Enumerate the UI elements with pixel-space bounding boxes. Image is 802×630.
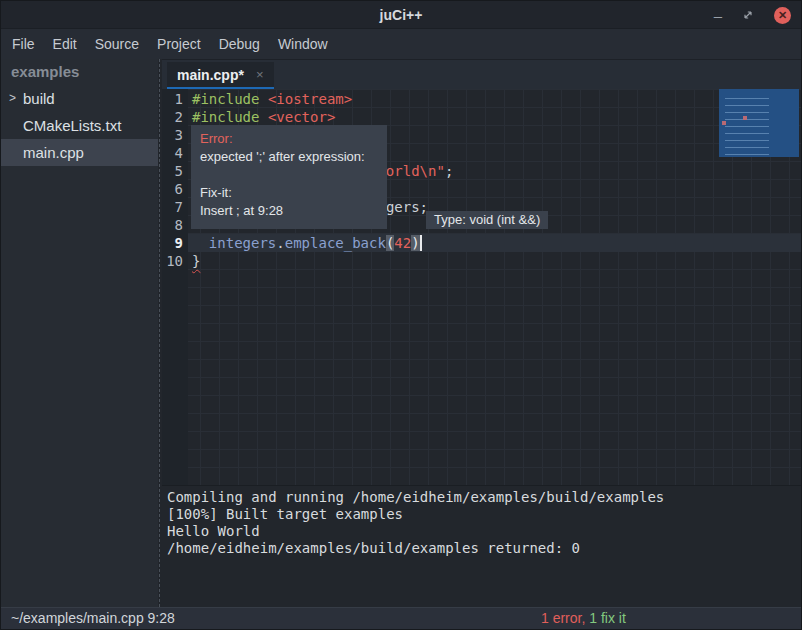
line-number: 1 [162,90,188,108]
minimap[interactable] [719,89,799,157]
source-editor[interactable]: 1#include <iostream>2#include <vector>34… [162,89,801,485]
token-cursor [420,235,422,251]
error-tooltip-title: Error: [200,130,378,148]
menu-window[interactable]: Window [269,31,337,57]
tree-item-label: CMakeLists.txt [23,117,121,134]
code-line[interactable]: 10} [162,252,801,270]
tree-item-label: build [23,90,55,107]
menu-debug[interactable]: Debug [210,31,269,57]
line-number: 10 [162,252,188,270]
titlebar[interactable]: juCi++ – ✕ [1,1,801,29]
status-fixit-count: 1 fix it [589,610,626,626]
line-number: 4 [162,144,188,162]
file-tree-sidebar: examples > build CMakeLists.txt main.cpp [1,59,158,607]
token-ident: emplace_back [285,235,386,251]
line-number: 5 [162,162,188,180]
error-tooltip: Error: expected ';' after expression: Fi… [191,125,387,229]
line-number: 6 [162,180,188,198]
tree-item-build[interactable]: > build [1,85,158,112]
type-tooltip: Type: void (int &&) [426,211,548,229]
code-text: } [188,252,200,270]
token-preproc: #include [192,91,259,107]
tab-label: main.cpp* [177,67,244,83]
token-squiggle: } [192,253,200,269]
output-line: [100%] Built target examples [167,506,801,523]
line-number: 9 [162,234,188,252]
pane-separator[interactable] [159,59,160,607]
line-number: 2 [162,108,188,126]
tabbar: main.cpp* × [162,59,801,89]
code-line[interactable]: 9 integers.emplace_back(42) [162,234,801,252]
statusbar: ~/examples/main.cpp 9:28 1 error, 1 fix … [1,607,801,629]
main-area: examples > build CMakeLists.txt main.cpp… [1,59,801,607]
app-window: juCi++ – ✕ File Edit Source Project Debu… [0,0,802,630]
token-bracket: ) [411,235,419,251]
menubar: File Edit Source Project Debug Window [1,29,801,59]
code-text: #include <iostream> [188,90,352,108]
editor-pane: main.cpp* × 1#include <iostream>2#includ… [162,59,801,607]
line-number: 8 [162,216,188,234]
tree-item-cmakelists[interactable]: CMakeLists.txt [1,112,158,139]
token-string: <vector> [268,109,335,125]
window-controls: – ✕ [714,1,791,29]
close-icon: ✕ [778,10,787,21]
output-line: Hello World [167,523,801,540]
output-line: Compiling and running /home/eidheim/exam… [167,489,801,506]
status-file-location: ~/examples/main.cpp 9:28 [11,610,175,626]
output-panel[interactable]: Compiling and running /home/eidheim/exam… [162,485,801,607]
code-text: #include <vector> [188,108,335,126]
code-line[interactable]: 1#include <iostream> [162,90,801,108]
tree-item-maincpp[interactable]: main.cpp [1,139,158,166]
tree-item-label: main.cpp [23,144,84,161]
minimap-error-mark [743,116,747,120]
minimize-button[interactable]: – [714,8,722,23]
code-text: integers.emplace_back(42) [188,234,422,252]
token-ident: integers [209,235,276,251]
code-line[interactable]: 2#include <vector> [162,108,801,126]
fixit-message: Insert ; at 9:28 [200,202,378,220]
restore-button[interactable] [742,9,754,21]
menu-project[interactable]: Project [148,31,210,57]
menu-file[interactable]: File [3,31,44,57]
window-title: juCi++ [380,7,423,23]
chevron-right-icon[interactable]: > [9,85,16,112]
project-name-header: examples [1,59,158,85]
tab-close-icon[interactable]: × [256,67,264,82]
minimap-error-mark [722,121,726,125]
token-number: 42 [394,235,411,251]
menu-edit[interactable]: Edit [44,31,86,57]
line-number: 7 [162,198,188,216]
status-error-count: 1 error [541,610,581,626]
output-line: /home/eidheim/examples/build/examples re… [167,540,801,557]
fixit-title: Fix-it: [200,184,378,202]
token-preproc: #include [192,109,259,125]
line-number: 3 [162,126,188,144]
token-string: <iostream> [268,91,352,107]
close-button[interactable]: ✕ [774,7,791,24]
status-diagnostics: 1 error, 1 fix it [541,610,626,626]
error-tooltip-message: expected ';' after expression: [200,148,378,166]
menu-source[interactable]: Source [86,31,148,57]
tab-maincpp[interactable]: main.cpp* × [167,62,274,90]
